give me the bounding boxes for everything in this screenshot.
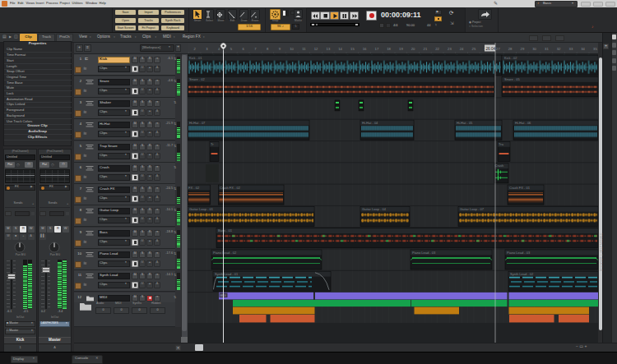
svg-text:34: 34 [581,47,585,51]
svg-text:13: 13 [327,47,331,51]
svg-text:17: 17 [375,47,379,51]
svg-text:29: 29 [521,47,525,51]
svg-text:12: 12 [314,47,318,51]
svg-text:18: 18 [387,47,391,51]
svg-text:24: 24 [460,47,464,51]
svg-text:Crash FX - 02: Crash FX - 02 [220,186,241,190]
svg-text:20: 20 [411,47,415,51]
svg-text:21: 21 [424,47,428,51]
svg-text:16: 16 [363,47,367,51]
svg-text:30: 30 [532,47,536,51]
svg-text:Piano Lead - 02: Piano Lead - 02 [213,251,237,255]
svg-text:Crash: Crash [495,164,504,168]
svg-text:Piano Lead - 03: Piano Lead - 03 [412,251,436,255]
svg-text:33: 33 [569,47,573,51]
svg-text:35: 35 [593,47,597,51]
svg-text:10: 10 [290,47,294,51]
svg-text:Tra: Tra [499,142,504,146]
svg-text:26:04: 26:04 [486,47,496,51]
svg-text:15: 15 [350,47,355,51]
svg-text:32: 32 [557,47,561,51]
svg-text:22: 22 [435,47,439,51]
svg-text:27: 27 [496,47,500,51]
svg-text:19: 19 [399,47,403,51]
svg-text:23: 23 [448,47,452,51]
svg-text:Piano Lead - 03: Piano Lead - 03 [507,251,531,255]
svg-text:FX - 02: FX - 02 [188,186,200,190]
svg-text:31: 31 [545,47,549,51]
svg-text:25: 25 [472,47,476,51]
svg-text:28: 28 [508,47,513,51]
svg-text:14: 14 [338,47,342,51]
svg-text:Crash FX - 01: Crash FX - 01 [509,186,531,190]
svg-text:11: 11 [302,47,306,51]
